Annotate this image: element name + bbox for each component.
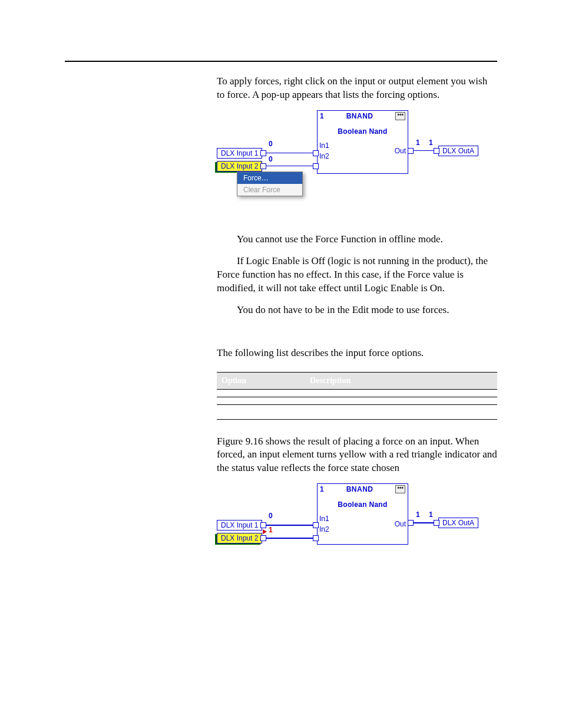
pin-node [313,163,319,169]
force-indicator-icon [263,529,267,534]
note-edit-mode: You do not have to be in the Edit mode t… [217,304,497,317]
pin-out-label: Out [395,147,406,155]
signal-value-in2-forced: 1 [269,526,273,534]
pin-in1-label: In1 [319,140,329,151]
figure-force-popup: 1 BNAND ••• Boolean Nand In1 In2 Out DLX… [217,110,497,216]
list-intro: The following list describes the input f… [217,347,497,360]
signal-value-in1: 0 [269,512,273,520]
col-description: Description [305,372,497,389]
pin-node [408,148,414,154]
table-row [217,389,497,397]
table-row [217,404,497,419]
block-type: BNAND [324,485,396,493]
pin-node [260,535,266,541]
note-logic-enable: If Logic Enable is Off (logic is not run… [217,255,497,295]
page-header [65,47,497,57]
header-left [65,47,67,57]
ellipsis-icon[interactable]: ••• [395,112,405,120]
table-row [217,397,497,404]
col-option: Option [217,372,305,389]
header-right [495,47,497,57]
pin-out-label: Out [395,520,406,528]
pin-in1-label: In1 [319,513,329,524]
block-type: BNAND [324,112,396,120]
input-tag-1[interactable]: DLX Input 1 [217,520,262,531]
pin-node [434,148,439,154]
output-tag-a[interactable]: DLX OutA [438,518,478,528]
block-index: 1 [320,485,324,493]
bnand-block[interactable]: 1 BNAND ••• Boolean Nand In1 In2 Out [317,483,408,545]
block-index: 1 [320,112,324,120]
pin-in2-label: In2 [319,151,329,162]
pin-node [313,535,319,541]
figure-forced-input: 1 BNAND ••• Boolean Nand In1 In2 Out DLX… [217,483,497,566]
signal-value-in2: 0 [269,155,273,163]
signal-value-out: 1 [416,139,420,147]
pin-node [260,150,266,156]
note-offline: You cannot use the Force Function in off… [217,233,497,246]
block-subtitle: Boolean Nand [318,127,408,136]
wire [263,525,316,526]
wire [263,166,316,167]
figure-caption-paragraph: Figure 9.16 shows the result of placing … [217,435,497,476]
signal-value-out: 1 [416,510,420,519]
output-tag-a[interactable]: DLX OutA [438,146,478,156]
wire [263,538,316,539]
header-rule [65,61,497,62]
signal-value-in1: 0 [269,140,273,148]
pin-node [313,150,319,156]
signal-value-out2: 1 [429,139,433,147]
pin-node [408,520,414,526]
menu-item-force[interactable]: Force… [237,172,302,184]
pin-in2-label: In2 [319,524,329,535]
input-tag-1[interactable]: DLX Input 1 [217,148,262,159]
block-subtitle: Boolean Nand [318,500,408,509]
pin-node [260,522,266,528]
intro-paragraph: To apply forces, right click on the inpu… [217,75,497,102]
context-menu: Force… Clear Force [237,172,303,196]
menu-item-clear-force[interactable]: Clear Force [237,184,302,196]
pin-node [260,163,266,169]
signal-value-out2: 1 [429,510,433,519]
wire [263,153,316,154]
page: To apply forces, right click on the inpu… [0,0,562,728]
ellipsis-icon[interactable]: ••• [395,485,405,493]
body-column: To apply forces, right click on the inpu… [217,75,497,566]
pin-node [434,520,439,526]
bnand-block[interactable]: 1 BNAND ••• Boolean Nand In1 In2 Out [317,110,408,174]
input-tag-2[interactable]: DLX Input 2 [217,161,262,172]
pin-node [313,522,319,528]
input-tag-2-forced[interactable]: DLX Input 2 [217,533,262,543]
force-options-table: Option Description [217,372,497,420]
